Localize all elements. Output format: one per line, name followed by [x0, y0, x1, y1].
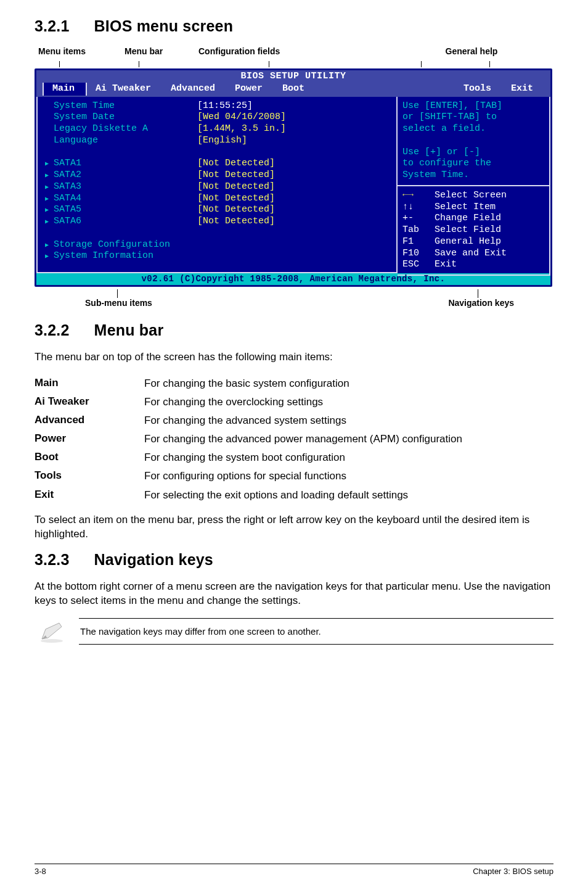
- bios-row-label[interactable]: SATA1: [45, 158, 189, 170]
- deflist-term: Tools: [35, 467, 144, 485]
- menu-bar-deflist: MainFor changing the basic system config…: [35, 374, 462, 505]
- bios-row-label[interactable]: Legacy Diskette A: [45, 123, 189, 135]
- bios-row-value[interactable]: [Wed 04/16/2008]: [189, 112, 396, 123]
- caption-navigation-keys: Navigation keys: [448, 298, 514, 308]
- nav-key: ←→: [402, 190, 435, 202]
- deflist-row: ExitFor selecting the exit options and l…: [35, 486, 462, 505]
- caption-general-help: General help: [393, 46, 550, 56]
- svg-point-0: [41, 639, 63, 643]
- deflist-row: PowerFor changing the advanced power man…: [35, 430, 462, 448]
- bios-row-label[interactable]: SATA2: [45, 170, 189, 181]
- nav-key-desc: Select Item: [435, 202, 496, 212]
- bios-right-column: Use [ENTER], [TAB] or [SHIFT-TAB] to sel…: [398, 97, 550, 273]
- bios-row-label[interactable]: SATA5: [45, 204, 189, 216]
- nav-key: F1: [402, 236, 435, 248]
- note-row: The navigation keys may differ from one …: [38, 618, 553, 645]
- bios-row-label[interactable]: SATA4: [45, 193, 189, 205]
- help-line: Use [ENTER], [TAB]: [402, 101, 544, 112]
- nav-key: Tab: [402, 225, 435, 236]
- deflist-term: Exit: [35, 486, 144, 505]
- deflist-def: For changing the advanced system setting…: [144, 411, 462, 430]
- deflist-row: BootFor changing the system boot configu…: [35, 448, 462, 467]
- deflist-term: Ai Tweaker: [35, 393, 144, 411]
- deflist-term: Main: [35, 374, 144, 393]
- nav-key: ↑↓: [402, 202, 435, 213]
- bios-tab-boot[interactable]: Boot: [274, 83, 316, 96]
- deflist-def: For changing the basic system configurat…: [144, 374, 462, 393]
- bios-titlebar: BIOS SETUP UTILITY: [36, 70, 550, 83]
- bios-menubar: Main Ai Tweaker Advanced Power Boot Tool…: [36, 83, 550, 97]
- nav-key-desc: Exit: [435, 259, 457, 270]
- bios-row-label[interactable]: System Information: [45, 250, 189, 262]
- bios-row-label[interactable]: System Time: [45, 101, 189, 112]
- nav-key-desc: Change Field: [435, 213, 501, 223]
- help-line: System Time.: [402, 170, 544, 181]
- s322-intro: The menu bar on top of the screen has th…: [35, 350, 553, 365]
- nav-key: +-: [402, 213, 435, 225]
- caption-menu-bar: Menu bar: [125, 46, 198, 56]
- bios-tab-ai-tweaker[interactable]: Ai Tweaker: [87, 83, 162, 96]
- bios-tab-power[interactable]: Power: [226, 83, 274, 96]
- section-heading-321: 3.2.1BIOS menu screen: [35, 17, 553, 35]
- note-text: The navigation keys may differ from one …: [79, 618, 553, 645]
- caption-config-fields: Configuration fields: [198, 46, 359, 56]
- nav-key-desc: Save and Exit: [435, 248, 507, 258]
- caption-ticks-bottom: [35, 289, 553, 298]
- nav-key-desc: Select Screen: [435, 190, 507, 200]
- bios-row-value: [Not Detected]: [189, 216, 396, 228]
- section-number: 3.2.2: [35, 321, 70, 339]
- bios-row-value[interactable]: [1.44M, 3.5 in.]: [189, 123, 396, 135]
- section-title: Menu bar: [94, 321, 164, 339]
- bios-row-value: [Not Detected]: [189, 181, 396, 193]
- nav-key-desc: General Help: [435, 236, 501, 247]
- bios-keys-box: ←→Select Screen ↑↓Select Item +-Change F…: [398, 186, 550, 276]
- section-number: 3.2.3: [35, 551, 70, 569]
- bios-row-value: [Not Detected]: [189, 193, 396, 205]
- help-line: Use [+] or [-]: [402, 147, 544, 159]
- nav-key: F10: [402, 248, 435, 260]
- bios-row-label[interactable]: SATA6: [45, 216, 189, 228]
- caption-sub-menu-items: Sub-menu items: [85, 298, 152, 308]
- nav-key-desc: Select Field: [435, 225, 501, 235]
- bios-row-value: [Not Detected]: [189, 158, 396, 170]
- bios-caption-row-top: Menu items Menu bar Configuration fields…: [35, 46, 553, 56]
- bios-row-value: [Not Detected]: [189, 170, 396, 181]
- chapter-label: Chapter 3: BIOS setup: [473, 867, 553, 876]
- bios-help-box: Use [ENTER], [TAB] or [SHIFT-TAB] to sel…: [398, 97, 550, 186]
- caption-menu-items: Menu items: [38, 46, 125, 56]
- bios-left-column: System Time System Date Legacy Diskette …: [36, 97, 398, 273]
- deflist-term: Advanced: [35, 411, 144, 430]
- page-footer: 3-8 Chapter 3: BIOS setup: [35, 864, 553, 876]
- help-line: to configure the: [402, 158, 544, 170]
- deflist-def: For selecting the exit options and loadi…: [144, 486, 462, 505]
- bios-row-label[interactable]: System Date: [45, 112, 189, 123]
- pencil-icon: [38, 619, 65, 644]
- bios-tab-exit[interactable]: Exit: [502, 83, 544, 96]
- deflist-row: ToolsFor configuring options for special…: [35, 467, 462, 485]
- deflist-def: For changing the advanced power manageme…: [144, 430, 462, 448]
- bios-row-label[interactable]: SATA3: [45, 181, 189, 193]
- section-number: 3.2.1: [35, 17, 70, 35]
- help-line: or [SHIFT-TAB] to: [402, 112, 544, 123]
- deflist-row: Ai TweakerFor changing the overclocking …: [35, 393, 462, 411]
- bios-row-value[interactable]: [English]: [189, 135, 396, 147]
- caption-ticks-top: [35, 61, 553, 67]
- deflist-def: For configuring options for special func…: [144, 467, 462, 485]
- bios-tab-advanced[interactable]: Advanced: [162, 83, 226, 96]
- deflist-def: For changing the overclocking settings: [144, 393, 462, 411]
- help-line: select a field.: [402, 123, 544, 135]
- bios-tab-main[interactable]: Main: [43, 83, 87, 96]
- s323-para: At the bottom right corner of a menu scr…: [35, 580, 553, 608]
- bios-row-value[interactable]: [11:55:25]: [189, 101, 396, 112]
- section-title: BIOS menu screen: [94, 17, 234, 35]
- bios-row-label[interactable]: Storage Configuration: [45, 239, 189, 251]
- bios-tab-tools[interactable]: Tools: [455, 83, 502, 96]
- deflist-def: For changing the system boot configurati…: [144, 448, 462, 467]
- deflist-term: Boot: [35, 448, 144, 467]
- bios-row-label[interactable]: Language: [45, 135, 189, 147]
- deflist-row: MainFor changing the basic system config…: [35, 374, 462, 393]
- bios-screen: BIOS SETUP UTILITY Main Ai Tweaker Advan…: [35, 68, 552, 287]
- deflist-term: Power: [35, 430, 144, 448]
- section-heading-323: 3.2.3Navigation keys: [35, 551, 553, 569]
- nav-key: ESC: [402, 259, 435, 271]
